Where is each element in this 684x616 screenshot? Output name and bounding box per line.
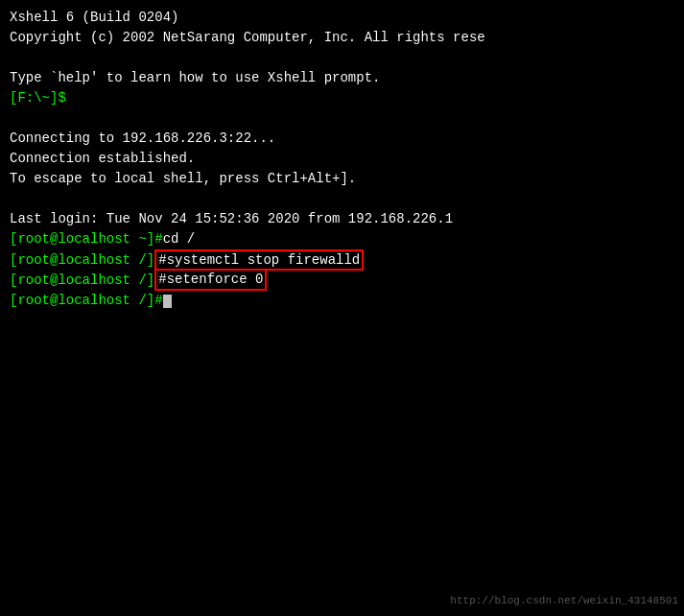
help-hint-line: Type `help' to learn how to use Xshell p… [10,68,674,88]
watermark: http://blog.csdn.net/weixin_43148501 [450,593,678,609]
blank-line-3 [10,189,674,209]
prompt-last: [root@localhost /]# [10,293,163,308]
cmd-cd-line: [root@localhost ~]#cd / [10,229,674,249]
prompt-line-1: [F:\~]$ [10,88,674,108]
prompt-last-line: [root@localhost /]# [10,291,674,311]
cmd-systemctl-text: #systemctl stop firewalld [158,252,360,268]
prompt-systemctl: [root@localhost /] [10,252,154,268]
prompt-setenforce: [root@localhost /] [10,272,154,288]
title-line: Xshell 6 (Build 0204) [10,8,674,28]
cursor [163,295,172,308]
cmd-setenforce-text: #setenforce 0 [158,272,263,287]
prompt-cd: [root@localhost ~]# [10,231,163,247]
cmd-systemctl-box: #systemctl stop firewalld [154,249,364,271]
copyright-line: Copyright (c) 2002 NetSarang Computer, I… [10,28,674,48]
blank-line-2 [10,108,674,129]
last-login-line: Last login: Tue Nov 24 15:52:36 2020 fro… [10,209,674,229]
cmd-systemctl-line: [root@localhost /]#systemctl stop firewa… [10,249,674,271]
cmd-setenforce-box: #setenforce 0 [154,271,267,290]
escape-hint-line: To escape to local shell, press Ctrl+Alt… [10,169,674,189]
blank-line-1 [10,48,674,68]
connecting-line: Connecting to 192.168.226.3:22... [10,129,674,149]
cmd-setenforce-line: [root@localhost /]#setenforce 0 [10,271,674,291]
prompt-1: [F:\~]$ [10,90,66,106]
established-line: Connection established. [10,149,674,169]
cmd-cd-text: cd / [163,231,196,247]
